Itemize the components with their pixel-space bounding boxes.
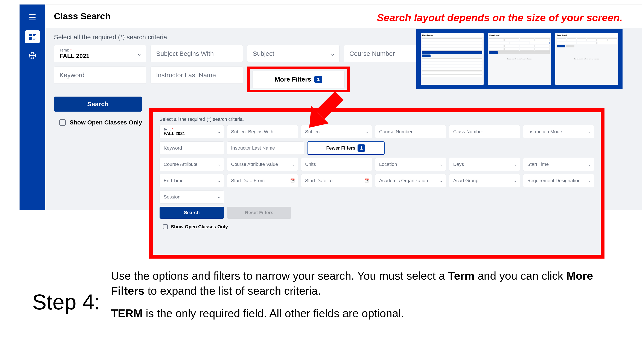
step-body: Use the options and filters to narrow yo… (111, 268, 618, 321)
exp-row-2: Keyword Instructor Last Name Fewer Filte… (160, 141, 594, 155)
exp-row-3: Course Attribute⌄ Course Attribute Value… (160, 158, 594, 171)
fewer-filters-button[interactable]: Fewer Filters 1 (307, 141, 384, 155)
svg-rect-0 (29, 34, 32, 36)
step-instruction-block: Step 4: Use the options and filters to n… (32, 268, 618, 321)
search-button[interactable]: Search (160, 207, 224, 219)
svg-rect-5 (33, 39, 35, 39)
course-attribute-select[interactable]: Course Attribute⌄ (160, 158, 224, 171)
term-select[interactable]: Term: * FALL 2021 ⌄ (160, 125, 224, 138)
chevron-down-icon: ⌄ (588, 162, 591, 167)
keyword-input[interactable]: Keyword (54, 66, 146, 84)
keyword-input[interactable]: Keyword (160, 141, 224, 155)
subject-begins-input[interactable]: Subject Begins With (150, 45, 243, 62)
course-attribute-value-select[interactable]: Course Attribute Value⌄ (227, 158, 298, 171)
chevron-down-icon: ⌄ (218, 129, 221, 134)
expanded-filters-panel: Select all the required (*) search crite… (149, 108, 604, 259)
checkbox-icon[interactable] (163, 224, 168, 229)
filter-count-badge: 1 (314, 76, 322, 83)
start-date-to-input[interactable]: Start Date To📅 (301, 174, 372, 187)
instruction-mode-select[interactable]: Instruction Mode⌄ (523, 125, 594, 138)
class-number-input[interactable]: Class Number (449, 125, 520, 138)
app-sidebar: ☰ (20, 4, 45, 210)
page-title: Class Search (54, 11, 110, 21)
filter-count-badge: 1 (358, 144, 365, 152)
hamburger-icon[interactable]: ☰ (28, 13, 36, 22)
reset-filters-button[interactable]: Reset Filters (227, 207, 292, 219)
search-button[interactable]: Search (54, 97, 142, 112)
chevron-down-icon: ⌄ (440, 162, 443, 167)
chevron-down-icon: ⌄ (218, 162, 221, 167)
course-number-input[interactable]: Course Number (375, 125, 446, 138)
exp-row-5: Session⌄ (160, 190, 594, 204)
exp-row-4: End Time⌄ Start Date From📅 Start Date To… (160, 174, 594, 187)
session-select[interactable]: Session⌄ (160, 190, 224, 204)
requirement-designation-select[interactable]: Requirement Designation⌄ (523, 174, 594, 187)
end-time-select[interactable]: End Time⌄ (160, 174, 224, 187)
start-time-select[interactable]: Start Time⌄ (523, 158, 594, 171)
subject-begins-input[interactable]: Subject Begins With (227, 125, 298, 138)
chevron-down-icon: ⌄ (292, 162, 295, 167)
svg-rect-2 (33, 35, 35, 36)
chevron-down-icon: ⌄ (218, 195, 221, 199)
subject-select[interactable]: Subject ⌄ (247, 45, 340, 62)
exp-row-1: Term: * FALL 2021 ⌄ Subject Begins With … (160, 125, 594, 138)
svg-rect-4 (33, 38, 36, 38)
academic-org-select[interactable]: Academic Organization⌄ (375, 174, 446, 187)
callout-arrow-icon (301, 87, 344, 130)
layout-note-banner: Search layout depends on the size of you… (377, 12, 622, 23)
exp-button-row: Search Reset Filters (160, 207, 594, 219)
calendar-icon: 📅 (364, 178, 369, 183)
units-input[interactable]: Units (301, 158, 372, 171)
thumbnail-wide: Class Search Select search criteria to v… (555, 33, 618, 85)
thumbnail-medium: Class Search Select search criteria to v… (488, 33, 551, 85)
more-filters-button[interactable]: More Filters 1 (252, 71, 345, 88)
svg-rect-3 (29, 37, 32, 40)
layout-thumbnails-panel: Class Search Class Search Select search … (416, 29, 622, 89)
chevron-down-icon: ⌄ (137, 50, 142, 57)
step-label: Step 4: (32, 290, 100, 314)
instructor-input[interactable]: Instructor Last Name (227, 141, 304, 155)
show-open-checkbox-row[interactable]: Show Open Classes Only (163, 224, 594, 230)
chevron-down-icon: ⌄ (514, 162, 517, 167)
chevron-down-icon: ⌄ (588, 129, 591, 134)
chevron-down-icon: ⌄ (588, 178, 591, 183)
acad-group-select[interactable]: Acad Group⌄ (449, 174, 520, 187)
chevron-down-icon: ⌄ (330, 50, 335, 57)
days-select[interactable]: Days⌄ (449, 158, 520, 171)
chevron-down-icon: ⌄ (514, 178, 517, 183)
checkbox-icon[interactable] (59, 119, 66, 126)
chevron-down-icon: ⌄ (440, 178, 443, 183)
chevron-down-icon: ⌄ (366, 129, 369, 134)
criteria-label: Select all the required (*) search crite… (160, 116, 594, 122)
chevron-down-icon: ⌄ (218, 178, 221, 183)
location-select[interactable]: Location⌄ (375, 158, 446, 171)
start-date-from-input[interactable]: Start Date From📅 (227, 174, 298, 187)
term-select[interactable]: Term: * FALL 2021 ⌄ (54, 45, 146, 62)
sidebar-form-icon[interactable] (25, 30, 40, 43)
svg-rect-1 (33, 34, 36, 35)
thumbnail-narrow: Class Search (421, 33, 484, 85)
calendar-icon: 📅 (290, 178, 295, 183)
globe-icon[interactable] (28, 52, 36, 61)
instructor-input[interactable]: Instructor Last Name (150, 66, 243, 84)
